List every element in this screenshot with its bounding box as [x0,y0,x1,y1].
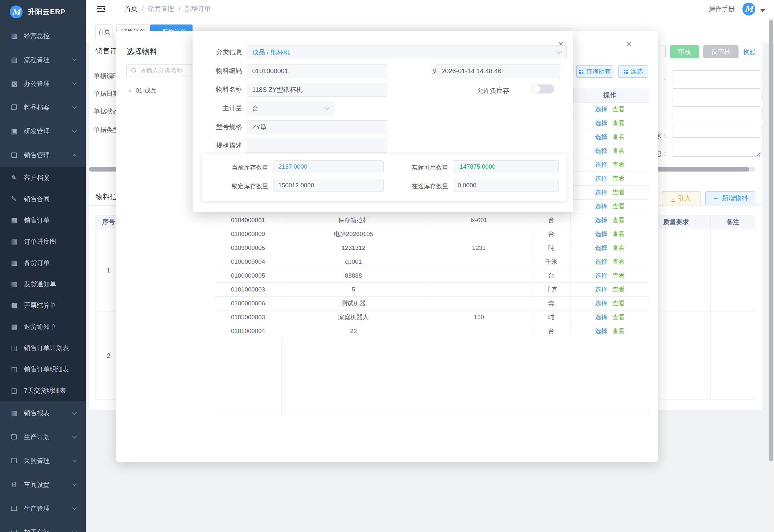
locked-stock-input[interactable]: 150012.0000 [273,179,384,192]
material-row[interactable]: 0101000004 22 台 选择 查看 [215,324,649,338]
sidebar-item[interactable]: ❐ 料品档案 [0,95,86,119]
category-select[interactable]: 成品 / 纸杯机 [247,45,567,59]
material-row[interactable]: 0104000001 保存箱拉杆 lx-001 台 选择 查看 [215,213,649,227]
view-link[interactable]: 查看 [612,244,625,252]
resize-handle[interactable] [756,152,760,156]
sidebar-subitem[interactable]: ◫ 销售订单计划表 [0,337,86,359]
tree-caret-icon[interactable]: ▸ [129,87,132,94]
material-row[interactable]: 0106000009 电脑20260105 台 选择 查看 [215,227,649,241]
sidebar-item[interactable]: ▥ 经营总控 [0,24,86,48]
view-link[interactable]: 查看 [612,202,625,211]
view-link[interactable]: 查看 [612,271,625,280]
updated-input[interactable]: 2026-01-14 14:48:46 [436,64,560,78]
sidebar-subitem[interactable]: ▦ 退货通知单 [0,316,86,337]
sidebar-item[interactable]: ▥ 销售报表 [0,401,86,425]
spec-desc-input[interactable] [247,139,387,153]
sidebar-item[interactable]: ▣ 研发管理 [0,119,86,143]
select-link[interactable]: 选择 [595,327,607,335]
select-link[interactable]: 选择 [595,299,607,308]
select-link[interactable]: 选择 [595,258,607,266]
view-link[interactable]: 查看 [612,161,625,169]
collapse-menu-icon[interactable] [97,6,105,12]
select-link[interactable]: 选择 [595,188,607,197]
material-row[interactable]: 0100000006 测试机器 套 选择 查看 [215,297,649,310]
sidebar-item[interactable]: ❏ 生产计划 [0,425,86,449]
sidebar-item[interactable]: ▤ 流程管理 [0,48,86,72]
order-remark-textarea[interactable] [672,143,761,157]
view-link[interactable]: 查看 [612,230,625,238]
sidebar-subitem[interactable]: ◫ 7天交货明细表 [0,380,86,401]
select-link[interactable]: 选择 [595,216,607,224]
name-input[interactable]: 118S ZY型纸杯机 [247,83,387,97]
sidebar-item[interactable]: ▩ 办公管理 [0,72,86,95]
unit-select[interactable]: 台 [247,102,334,115]
view-link[interactable]: 查看 [612,147,625,155]
select-link[interactable]: 选择 [595,119,607,127]
sidebar-subitem[interactable]: ▦ 开票结算单 [0,295,86,316]
material-row[interactable]: 0100000004 cp001 千米 选择 查看 [215,255,649,269]
view-link[interactable]: 查看 [612,188,625,197]
breadcrumb-home[interactable]: 首页 [124,5,137,13]
select-link[interactable]: 选择 [595,285,607,294]
sidebar-subitem[interactable]: ▦ 备货订单 [0,252,86,273]
sidebar-subitem[interactable]: ▦ 发货通知单 [0,273,86,295]
user-avatar[interactable]: M [742,3,755,15]
view-link[interactable]: 查看 [612,119,625,127]
import-button[interactable]: ↓ 引入 [662,191,700,205]
order-field-input[interactable] [672,106,761,119]
sidebar-subitem[interactable]: ✎ 客户档案 [0,167,86,188]
select-link[interactable]: 选择 [595,161,607,169]
select-link[interactable]: 选择 [595,147,607,155]
view-link[interactable]: 查看 [612,216,625,224]
view-link[interactable]: 查看 [612,313,625,321]
sidebar-subitem[interactable]: ✎ 销售合同 [0,188,86,210]
sidebar-item[interactable]: ⚙ 车间设置 [0,473,86,497]
available-stock-input[interactable]: -147875.0000 [453,160,559,173]
select-link[interactable]: 选择 [595,313,607,321]
user-menu-caret-icon[interactable] [760,9,765,12]
view-link[interactable]: 查看 [612,299,625,308]
material-row[interactable]: 0109000005 1231312 1231 吨 选择 查看 [215,241,649,255]
sidebar-subitem[interactable]: ▥ 订单进度图 [0,231,86,252]
sidebar-item[interactable]: ❏ 采购管理 [0,449,86,473]
vertical-scrollbar-thumb[interactable] [769,20,773,461]
tab-home[interactable]: 首页 [95,25,113,39]
view-link[interactable]: 查看 [612,174,625,183]
order-field-input[interactable] [672,70,761,83]
view-link[interactable]: 查看 [612,105,625,113]
breadcrumb-section[interactable]: 销售管理 [148,5,174,13]
sidebar-subitem[interactable]: ◫ 销售订单明细表 [0,359,86,380]
material-row[interactable]: 0101000003 5 千克 选择 查看 [215,283,649,297]
current-stock-input[interactable]: 2137.0000 [273,160,384,173]
multi-select-button[interactable]: 连选 [618,65,648,78]
code-input[interactable]: 0101000001 [247,64,387,78]
view-link[interactable]: 查看 [612,327,625,335]
order-field-input[interactable] [672,88,761,101]
select-link[interactable]: 选择 [595,133,607,141]
select-link[interactable]: 选择 [595,105,607,113]
view-link[interactable]: 查看 [612,285,625,294]
collapse-link[interactable]: 收起 [742,47,756,56]
modal-close-icon[interactable]: ✕ [626,41,632,48]
sidebar-subitem[interactable]: ▦ 销售订单 [0,210,86,231]
material-row[interactable]: 0105000003 家庭机器人 150 吨 选择 查看 [215,310,649,324]
select-link[interactable]: 选择 [595,244,607,252]
add-material-button[interactable]: ＋ 新增物料 [705,191,755,205]
model-input[interactable]: ZY型 [247,120,387,134]
neg-stock-toggle[interactable] [531,84,554,94]
query-all-button[interactable]: 查询所有 [576,65,613,78]
select-link[interactable]: 选择 [595,271,607,280]
order-field-input[interactable] [672,125,761,138]
sidebar-item[interactable]: ❏ 销售管理 [0,143,86,167]
material-row[interactable]: 0100000005 88888 台 选择 查看 [215,269,649,283]
tree-node-finished-goods[interactable]: ▸ 01-成品 [129,86,157,95]
select-link[interactable]: 选择 [595,202,607,211]
select-link[interactable]: 选择 [595,230,607,238]
unaudit-button[interactable]: 反审核 [703,45,739,58]
sidebar-item[interactable]: ❏ 生产管理 [0,497,86,520]
select-link[interactable]: 选择 [595,174,607,183]
view-link[interactable]: 查看 [612,258,625,266]
sidebar-item[interactable]: ❏ 加工车间 [0,520,86,532]
in-transit-input[interactable]: 0.0000 [453,179,559,192]
audit-button[interactable]: 审核 [670,45,699,58]
